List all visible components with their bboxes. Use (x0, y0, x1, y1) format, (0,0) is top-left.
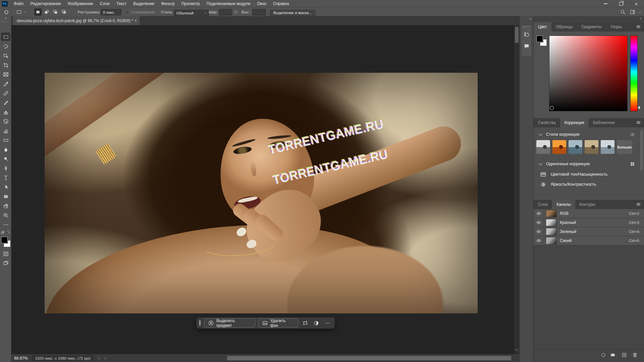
edit-toolbar-button[interactable] (0, 220, 11, 229)
adjustment-preset-thumbnail[interactable] (601, 140, 614, 154)
move-tool[interactable] (0, 23, 11, 32)
scroll-down-icon[interactable] (515, 348, 519, 352)
new-selection-button[interactable] (34, 8, 42, 16)
vertical-scrollbar[interactable] (514, 25, 519, 354)
tab-color[interactable]: Цвет (534, 22, 551, 32)
clone-stamp-tool[interactable] (0, 107, 11, 117)
adjustments-panel-menu-button[interactable] (636, 120, 641, 127)
visibility-toggle[interactable] (534, 227, 544, 236)
restore-button[interactable] (613, 0, 629, 7)
document-tab[interactable]: devuska-poza-ulybka-lezit-palcik.jpg @ 6… (13, 16, 140, 25)
brightness-contrast-item[interactable]: Яркость/Контрастность (534, 180, 644, 189)
swap-colors-icon[interactable] (6, 230, 10, 235)
menu-select[interactable]: Выделение (130, 0, 158, 7)
subtract-selection-button[interactable] (52, 8, 59, 16)
channel-row-blue[interactable]: Синий Ctrl+5 (534, 236, 644, 245)
adjustment-presets-header[interactable]: Стили коррекции (534, 130, 639, 139)
swap-dimensions-button[interactable] (233, 8, 239, 16)
hue-slider[interactable] (630, 36, 638, 111)
type-tool[interactable] (0, 173, 11, 182)
new-channel-icon[interactable] (621, 352, 627, 358)
smoothing-checkbox[interactable]: Сглаживание (125, 8, 155, 16)
adjustment-preset-thumbnail[interactable] (552, 140, 566, 154)
load-selection-icon[interactable] (600, 352, 606, 358)
feather-value[interactable]: 0 пикс. (101, 9, 121, 15)
history-brush-tool[interactable] (0, 117, 11, 126)
visibility-toggle[interactable] (534, 218, 544, 227)
channel-row-rgb[interactable]: RGB Ctrl+2 (534, 209, 644, 218)
comments-panel-button[interactable] (521, 41, 532, 52)
adjustment-preset-thumbnail[interactable] (536, 140, 550, 154)
crop-tool[interactable] (0, 60, 11, 70)
more-presets-button[interactable]: Больше (617, 140, 632, 154)
eraser-tool[interactable] (0, 126, 11, 135)
menu-filter[interactable]: Фильтр (158, 0, 178, 7)
workspace-chevron[interactable] (638, 8, 642, 16)
healing-brush-tool[interactable] (0, 88, 11, 98)
channel-row-red[interactable]: Красный Ctrl+3 (534, 218, 644, 227)
menu-edit[interactable]: Редактирование (27, 0, 64, 7)
collapse-panels-icon[interactable]: « (530, 17, 531, 20)
rectangle-tool[interactable] (0, 192, 11, 201)
channels-panel-menu-button[interactable] (636, 201, 641, 208)
add-selection-button[interactable] (43, 8, 50, 16)
workspace-button[interactable] (630, 8, 636, 16)
color-panel-menu-button[interactable] (636, 24, 641, 31)
height-input[interactable] (252, 9, 266, 15)
channel-row-green[interactable]: Зеленый Ctrl+4 (534, 227, 644, 236)
status-expand-icon[interactable]: › (99, 356, 100, 361)
remove-background-button[interactable]: Удалить фон (258, 318, 298, 327)
history-panel-button[interactable] (521, 29, 532, 41)
hue-slider-marker[interactable] (638, 106, 640, 109)
list-view-icon[interactable] (630, 132, 635, 137)
feather-input[interactable]: 0 пикс. (101, 9, 121, 15)
hue-saturation-item[interactable]: Цветовой тон/Насыщенность (534, 170, 644, 179)
canvas-area[interactable]: TORRENTGAME.RU TORRENTGAME.RU Выделить п… (11, 25, 519, 362)
select-subject-button[interactable]: Выделить предмет (204, 318, 255, 327)
intersect-selection-button[interactable] (60, 8, 68, 16)
toolbar-grip[interactable] (0, 20, 11, 23)
visibility-toggle[interactable] (534, 236, 544, 245)
delete-icon[interactable] (632, 352, 638, 358)
save-selection-icon[interactable] (610, 352, 616, 358)
tab-libraries[interactable]: Библиотеки (589, 118, 619, 127)
adjustment-preset-thumbnail[interactable] (585, 140, 598, 154)
menu-plugins[interactable]: Подключаемые модули (203, 0, 254, 7)
transform-button[interactable] (301, 319, 310, 327)
more-options-button[interactable] (323, 319, 332, 327)
object-selection-tool[interactable] (0, 51, 11, 60)
hand-tool[interactable] (0, 201, 11, 210)
toolbar-expand-icon[interactable]: » (0, 16, 11, 20)
tab-properties[interactable]: Свойства (534, 118, 560, 127)
visibility-toggle[interactable] (534, 209, 544, 218)
tab-adjustments[interactable]: Коррекция (560, 118, 589, 127)
screen-mode-button[interactable] (0, 258, 11, 268)
menu-file[interactable]: Файл (10, 0, 27, 7)
foreground-color-swatch[interactable] (536, 36, 543, 42)
tab-swatches[interactable]: Образцы (551, 22, 577, 32)
tab-patterns[interactable]: Узоры (606, 22, 626, 32)
vertical-scrollbar-thumb[interactable] (515, 27, 519, 43)
tab-layers[interactable]: Слои (534, 200, 552, 209)
frame-tool[interactable] (0, 70, 11, 79)
home-button[interactable] (3, 8, 9, 16)
menu-type[interactable]: Текст (113, 0, 130, 7)
menu-layers[interactable]: Слои (97, 0, 113, 7)
lasso-tool[interactable] (0, 42, 11, 51)
menu-image[interactable]: Изображение (64, 0, 97, 7)
menu-window[interactable]: Окно (254, 0, 270, 7)
adjustment-preset-thumbnail[interactable] (569, 140, 582, 154)
taskbar-drag-handle[interactable] (199, 320, 201, 326)
horizontal-scrollbar-thumb[interactable] (227, 356, 511, 360)
dodge-tool[interactable] (0, 154, 11, 164)
tab-close-icon[interactable]: × (134, 18, 137, 23)
pen-tool[interactable] (0, 164, 11, 173)
quick-mask-button[interactable] (0, 249, 11, 258)
blur-tool[interactable] (0, 145, 11, 154)
foreground-color-chip[interactable] (1, 237, 8, 243)
document-image[interactable]: TORRENTGAME.RU TORRENTGAME.RU (45, 73, 478, 313)
menu-view[interactable]: Просмотр (178, 0, 203, 7)
zoom-level[interactable]: 66.67% (14, 356, 28, 361)
default-colors-icon[interactable] (1, 230, 5, 235)
color-cursor[interactable] (550, 106, 554, 110)
